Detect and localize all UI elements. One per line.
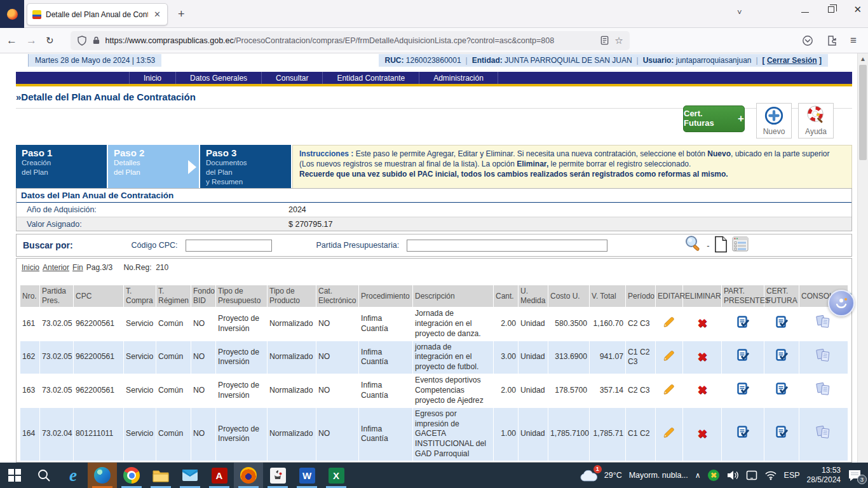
cpc-input[interactable] bbox=[186, 240, 272, 252]
tray-expand-icon[interactable]: ∧ bbox=[695, 471, 701, 480]
edit-button[interactable] bbox=[661, 426, 677, 442]
page-indicator: Pag.3/3 bbox=[86, 263, 112, 272]
step-paso-3[interactable]: Paso 3Documentosdel Plany Resumen bbox=[200, 145, 291, 189]
consolidar-button[interactable] bbox=[815, 314, 832, 334]
browser-tab[interactable]: Detalle del Plan Anual de Contr ✕ bbox=[27, 3, 168, 25]
reader-mode-icon[interactable] bbox=[600, 36, 609, 45]
url-bar[interactable]: https://www.compraspublicas.gob.ec/Proce… bbox=[71, 31, 630, 50]
part-presentes-button[interactable] bbox=[736, 426, 750, 442]
edit-button[interactable] bbox=[661, 316, 677, 332]
firefox-app-icon[interactable] bbox=[0, 0, 24, 28]
nuevo-button[interactable]: Nuevo bbox=[756, 103, 792, 139]
cell-procedimiento: Infima Cuantía bbox=[359, 408, 412, 461]
pagination-link-anterior[interactable]: Anterior bbox=[43, 263, 69, 272]
cell-t-regimen: Común bbox=[156, 374, 191, 407]
tablet-mode-icon[interactable] bbox=[746, 470, 757, 480]
ayuda-button[interactable]: Ayuda bbox=[798, 103, 834, 139]
java-icon[interactable] bbox=[263, 463, 292, 488]
edge-icon[interactable] bbox=[88, 463, 117, 488]
cert-futura-button[interactable] bbox=[775, 349, 789, 365]
menu-item-entidad-contratante[interactable]: Entidad Contratante bbox=[323, 72, 419, 84]
cert-futura-button[interactable] bbox=[775, 426, 789, 442]
column-header-partida-pres: Partida Pres. bbox=[40, 285, 73, 307]
weather-text[interactable]: Mayorm. nubla... bbox=[629, 471, 688, 480]
language-indicator[interactable]: ESP bbox=[784, 471, 800, 480]
start-icon[interactable] bbox=[0, 463, 29, 488]
menu-item-consultar[interactable]: Consultar bbox=[262, 72, 323, 84]
cert-futuras-button[interactable]: Cert. Futuras+ bbox=[683, 105, 745, 132]
acrobat-icon[interactable]: A bbox=[205, 463, 234, 488]
step-title: Paso 2 bbox=[114, 147, 193, 158]
cell-cant: 1.00 bbox=[494, 408, 518, 461]
pocket-icon[interactable] bbox=[802, 35, 813, 46]
page-scrollbar[interactable]: ▲ bbox=[857, 53, 868, 463]
datos-row-valor-asignado: Valor Asignado:$ 270795.17 bbox=[17, 217, 851, 231]
menu-item-datos-generales[interactable]: Datos Generales bbox=[176, 72, 262, 84]
cell-eliminar: ✖ bbox=[683, 308, 721, 341]
window-close-button[interactable]: ✕ bbox=[853, 4, 862, 15]
firefox-icon[interactable] bbox=[234, 463, 263, 488]
volume-icon[interactable] bbox=[726, 470, 739, 480]
list-tabs-icon[interactable]: ˅ bbox=[737, 8, 742, 17]
accessibility-widget[interactable] bbox=[828, 290, 855, 316]
delete-button[interactable]: ✖ bbox=[697, 383, 707, 398]
wifi-icon[interactable] bbox=[764, 470, 777, 480]
delete-button[interactable]: ✖ bbox=[697, 316, 707, 331]
cell-tipo-presupuesto: Proyecto de Inversión bbox=[216, 408, 267, 461]
forward-button[interactable]: → bbox=[26, 34, 37, 47]
pagination-link-fin[interactable]: Fin bbox=[72, 263, 83, 272]
notifications-icon[interactable]: 3 bbox=[848, 469, 862, 482]
cell-consolidar bbox=[799, 374, 848, 407]
step-paso-2[interactable]: Paso 2Detallesdel Plan bbox=[108, 145, 199, 189]
file-explorer-icon[interactable] bbox=[146, 463, 175, 488]
logout-link[interactable]: Cerrar Sesión bbox=[767, 56, 817, 65]
pagination-link-inicio[interactable]: Inicio bbox=[22, 263, 39, 272]
reload-button[interactable]: ↻ bbox=[46, 35, 54, 46]
table-row-162: 16273.02.05962200561ServicioComúnNOProye… bbox=[20, 341, 848, 374]
excel-icon[interactable]: X bbox=[322, 463, 351, 488]
search-icon[interactable] bbox=[684, 234, 703, 256]
edit-button[interactable] bbox=[661, 383, 677, 399]
clock[interactable]: 13:5328/5/2024 bbox=[807, 466, 841, 485]
search-icon[interactable] bbox=[29, 463, 58, 488]
delete-button[interactable]: ✖ bbox=[697, 350, 707, 365]
window-minimize-button[interactable] bbox=[801, 12, 809, 13]
partida-input[interactable] bbox=[407, 240, 607, 252]
cert-futura-button[interactable] bbox=[775, 316, 789, 332]
back-button[interactable]: ← bbox=[6, 34, 17, 47]
cell-procedimiento: Infima Cuantía bbox=[359, 374, 412, 407]
part-presentes-button[interactable] bbox=[736, 349, 750, 365]
part-presentes-button[interactable] bbox=[736, 316, 750, 332]
list-view-icon[interactable] bbox=[732, 236, 749, 254]
antivirus-icon[interactable]: ✚ bbox=[708, 470, 719, 481]
step-paso-1[interactable]: Paso 1Creacióndel Plan bbox=[16, 145, 107, 189]
consolidar-button[interactable] bbox=[815, 424, 832, 444]
internet-explorer-icon[interactable]: e bbox=[58, 463, 88, 488]
document-icon[interactable] bbox=[714, 236, 728, 255]
window-maximize-button[interactable] bbox=[828, 6, 834, 13]
plus-icon: + bbox=[738, 112, 744, 125]
bookmark-star-icon[interactable]: ☆ bbox=[614, 35, 623, 46]
instruction-text: Nuevo bbox=[707, 149, 731, 158]
scrollbar-thumb[interactable] bbox=[859, 65, 867, 160]
chrome-icon[interactable] bbox=[117, 463, 146, 488]
delete-button[interactable]: ✖ bbox=[697, 427, 707, 442]
consolidar-button[interactable] bbox=[815, 381, 832, 401]
menu-hamburger-icon[interactable]: ≡ bbox=[850, 34, 857, 47]
tab-close-icon[interactable]: ✕ bbox=[153, 10, 162, 19]
menu-item-administracion[interactable]: Administración bbox=[419, 72, 498, 84]
new-tab-button[interactable]: + bbox=[178, 8, 185, 21]
part-presentes-button[interactable] bbox=[736, 383, 750, 399]
weather-icon[interactable]: 1 bbox=[580, 469, 597, 482]
scroll-up-icon[interactable]: ▲ bbox=[858, 53, 868, 62]
consolidar-button[interactable] bbox=[815, 348, 832, 367]
menu-item-inicio[interactable]: Inicio bbox=[129, 72, 176, 84]
cert-futura-button[interactable] bbox=[775, 383, 789, 399]
extensions-icon[interactable] bbox=[826, 35, 837, 46]
mail-icon[interactable] bbox=[175, 463, 205, 488]
column-header-tipo-de-presupuesto: Tipo de Presupuesto bbox=[216, 285, 267, 307]
temperature-text[interactable]: 29°C bbox=[604, 471, 622, 480]
word-icon[interactable]: W bbox=[292, 463, 322, 488]
edit-button[interactable] bbox=[661, 349, 677, 365]
shield-icon[interactable] bbox=[77, 36, 87, 46]
